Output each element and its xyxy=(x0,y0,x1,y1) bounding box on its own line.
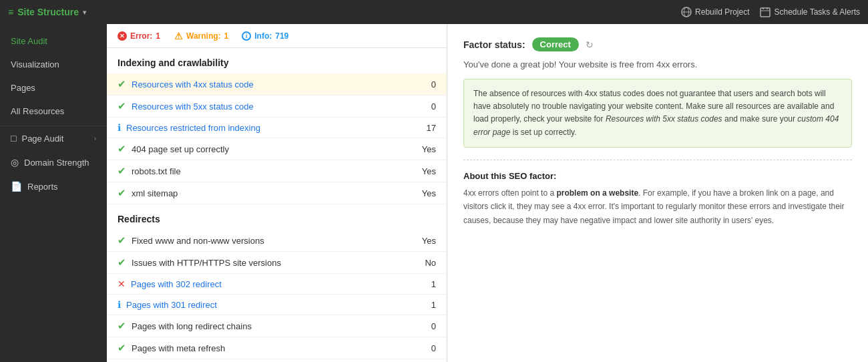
calendar-icon xyxy=(760,7,771,17)
main-layout: Site Audit Visualization Pages All Resou… xyxy=(0,24,868,362)
status-icon-restricted: ℹ xyxy=(118,122,121,133)
info-value: 719 xyxy=(275,31,288,41)
factor-status-label: Factor status: xyxy=(463,39,525,50)
audit-value-5xx: 0 xyxy=(416,102,436,112)
info-badge: i Info: 719 xyxy=(242,31,288,41)
audit-value-https: No xyxy=(416,258,436,268)
audit-item-5xx[interactable]: ✔ Resources with 5xx status code 0 xyxy=(107,96,447,118)
sidebar-label-visualization: Visualization xyxy=(11,59,59,69)
rebuild-project-button[interactable]: Rebuild Project xyxy=(681,7,749,17)
audit-item-4xx[interactable]: ✔ Resources with 4xx status code 0 xyxy=(107,73,447,96)
audit-label-4xx: Resources with 4xx status code xyxy=(132,79,411,89)
refresh-icon[interactable]: ↻ xyxy=(586,39,594,50)
status-bar: ✕ Error: 1 ⚠ Warning: 1 i Info: 719 xyxy=(107,24,447,48)
sidebar-item-domain-strength[interactable]: ◎ Domain Strength xyxy=(0,150,107,174)
audit-label-404page: 404 page set up correctly xyxy=(132,144,411,154)
audit-value-301: 1 xyxy=(416,300,436,310)
svg-rect-3 xyxy=(761,8,770,17)
brand-icon: ≡ xyxy=(8,7,13,17)
status-icon-metarefresh: ✔ xyxy=(118,342,126,354)
schedule-label: Schedule Tasks & Alerts xyxy=(774,7,860,17)
status-icon-wwwversions: ✔ xyxy=(118,234,126,246)
audit-label-wwwversions: Fixed www and non-www versions xyxy=(132,236,411,246)
audit-item-sitemap[interactable]: ✔ xml sitemap Yes xyxy=(107,182,447,204)
sidebar-label-pages: Pages xyxy=(11,83,35,93)
domain-strength-icon: ◎ xyxy=(11,157,19,168)
audit-value-302: 1 xyxy=(416,279,436,289)
audit-item-longchains[interactable]: ✔ Pages with long redirect chains 0 xyxy=(107,315,447,337)
rebuild-label: Rebuild Project xyxy=(695,7,749,17)
sidebar-label-site-audit: Site Audit xyxy=(11,36,47,46)
factor-status-badge: Correct xyxy=(532,37,579,51)
factor-about-text: 4xx errors often point to a problem on a… xyxy=(463,186,852,227)
audit-value-sitemap: Yes xyxy=(416,188,436,198)
status-icon-404page: ✔ xyxy=(118,143,126,155)
status-icon-robots: ✔ xyxy=(118,165,126,177)
status-icon-longchains: ✔ xyxy=(118,320,126,332)
audit-label-sitemap: xml sitemap xyxy=(132,188,411,198)
top-bar-right: Rebuild Project Schedule Tasks & Alerts xyxy=(681,7,860,17)
status-icon-4xx: ✔ xyxy=(118,78,126,90)
audit-item-wwwversions[interactable]: ✔ Fixed www and non-www versions Yes xyxy=(107,230,447,252)
content-area: ✕ Error: 1 ⚠ Warning: 1 i Info: 719 xyxy=(107,24,868,362)
reports-icon: 📄 xyxy=(11,181,22,192)
factor-detail-panel: Factor status: Correct ↻ You've done a g… xyxy=(447,24,868,362)
top-bar: ≡ Site Structure ▾ Rebuild Project Sched… xyxy=(0,0,868,24)
audit-item-404page[interactable]: ✔ 404 page set up correctly Yes xyxy=(107,138,447,160)
sidebar-label-page-audit: Page Audit xyxy=(21,134,63,144)
info-label: Info: xyxy=(254,31,272,41)
sidebar-item-reports[interactable]: 📄 Reports xyxy=(0,174,107,198)
section-title-redirects: Redirects xyxy=(107,204,447,230)
warning-badge: ⚠ Warning: 1 xyxy=(174,31,228,41)
sidebar-label-all-resources: All Resources xyxy=(11,106,64,116)
sidebar-label-domain-strength: Domain Strength xyxy=(24,158,89,168)
brand-logo[interactable]: ≡ Site Structure ▾ xyxy=(8,7,86,17)
sidebar-item-pages[interactable]: Pages xyxy=(0,76,107,100)
warning-icon: ⚠ xyxy=(174,31,183,41)
status-icon-302: ✕ xyxy=(118,279,126,289)
warning-value: 1 xyxy=(224,31,229,41)
sidebar-item-all-resources[interactable]: All Resources xyxy=(0,100,107,123)
factor-about-title: About this SEO factor: xyxy=(463,171,852,181)
sidebar: Site Audit Visualization Pages All Resou… xyxy=(0,24,107,362)
audit-value-4xx: 0 xyxy=(416,79,436,89)
warning-label: Warning: xyxy=(186,31,221,41)
audit-label-https: Issues with HTTP/HTTPS site versions xyxy=(132,258,411,268)
error-label: Error: xyxy=(130,31,152,41)
error-icon: ✕ xyxy=(118,31,127,41)
info-icon: i xyxy=(242,31,251,41)
audit-label-301: Pages with 301 redirect xyxy=(126,300,411,310)
audit-label-302: Pages with 302 redirect xyxy=(131,279,411,289)
audit-item-301[interactable]: ℹ Pages with 301 redirect 1 xyxy=(107,295,447,315)
audit-value-404page: Yes xyxy=(416,144,436,154)
status-icon-https: ✔ xyxy=(118,256,126,268)
audit-value-robots: Yes xyxy=(416,166,436,176)
status-icon-5xx: ✔ xyxy=(118,100,126,112)
page-audit-arrow: › xyxy=(94,135,96,142)
sidebar-item-visualization[interactable]: Visualization xyxy=(0,53,107,76)
audit-item-302[interactable]: ✕ Pages with 302 redirect 1 xyxy=(107,274,447,295)
audit-item-restricted[interactable]: ℹ Resources restricted from indexing 17 xyxy=(107,118,447,138)
globe-icon xyxy=(681,7,692,17)
factor-summary: You've done a great job! Your website is… xyxy=(463,59,852,69)
factor-info-box: The absence of resources with 4xx status… xyxy=(463,79,852,148)
error-badge: ✕ Error: 1 xyxy=(118,31,160,41)
audit-item-https[interactable]: ✔ Issues with HTTP/HTTPS site versions N… xyxy=(107,252,447,274)
sidebar-item-site-audit[interactable]: Site Audit xyxy=(0,29,107,53)
sidebar-item-page-audit[interactable]: □ Page Audit › xyxy=(0,126,107,150)
audit-value-longchains: 0 xyxy=(416,321,436,331)
top-bar-left: ≡ Site Structure ▾ xyxy=(8,7,86,17)
audit-label-restricted: Resources restricted from indexing xyxy=(126,123,411,133)
page-audit-icon: □ xyxy=(11,133,16,144)
audit-value-metarefresh: 0 xyxy=(416,343,436,353)
brand-name: Site Structure xyxy=(17,7,79,17)
audit-value-wwwversions: Yes xyxy=(416,236,436,246)
audit-item-canonical[interactable]: ℹ Pages with rel="canonical" 4 xyxy=(107,359,447,362)
audit-item-robots[interactable]: ✔ robots.txt file Yes xyxy=(107,160,447,182)
audit-label-metarefresh: Pages with meta refresh xyxy=(132,343,411,353)
audit-label-5xx: Resources with 5xx status code xyxy=(132,102,411,112)
audit-item-metarefresh[interactable]: ✔ Pages with meta refresh 0 xyxy=(107,337,447,359)
sidebar-label-reports: Reports xyxy=(27,182,58,192)
schedule-tasks-button[interactable]: Schedule Tasks & Alerts xyxy=(760,7,860,17)
audit-label-robots: robots.txt file xyxy=(132,166,411,176)
